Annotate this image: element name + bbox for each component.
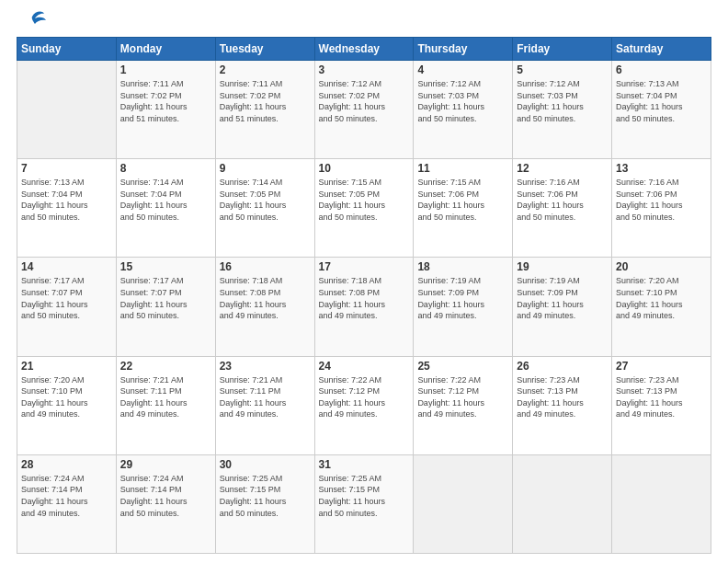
day-info: Sunrise: 7:24 AMSunset: 7:14 PMDaylight:… (120, 473, 211, 519)
day-cell: 17Sunrise: 7:18 AMSunset: 7:08 PMDayligh… (314, 258, 414, 356)
week-row-2: 14Sunrise: 7:17 AMSunset: 7:07 PMDayligh… (17, 258, 711, 356)
day-number: 30 (220, 458, 311, 471)
day-number: 12 (517, 162, 608, 175)
day-cell: 7Sunrise: 7:13 AMSunset: 7:04 PMDaylight… (17, 159, 117, 258)
day-cell: 20Sunrise: 7:20 AMSunset: 7:10 PMDayligh… (612, 258, 711, 356)
day-number: 13 (616, 162, 707, 175)
day-number: 28 (21, 458, 112, 471)
day-info: Sunrise: 7:15 AMSunset: 7:05 PMDaylight:… (319, 177, 410, 223)
week-row-0: 1Sunrise: 7:11 AMSunset: 7:02 PMDaylight… (17, 61, 711, 159)
day-cell: 22Sunrise: 7:21 AMSunset: 7:11 PMDayligh… (116, 356, 215, 454)
day-info: Sunrise: 7:18 AMSunset: 7:08 PMDaylight:… (319, 275, 410, 321)
day-cell (513, 454, 612, 553)
calendar-table: SundayMondayTuesdayWednesdayThursdayFrid… (17, 37, 711, 554)
day-number: 21 (21, 360, 112, 373)
day-number: 22 (120, 360, 211, 373)
day-cell: 5Sunrise: 7:12 AMSunset: 7:03 PMDaylight… (513, 61, 612, 159)
day-info: Sunrise: 7:18 AMSunset: 7:08 PMDaylight:… (220, 275, 311, 321)
day-cell: 21Sunrise: 7:20 AMSunset: 7:10 PMDayligh… (17, 356, 117, 454)
day-cell: 26Sunrise: 7:23 AMSunset: 7:13 PMDayligh… (513, 356, 612, 454)
day-info: Sunrise: 7:22 AMSunset: 7:12 PMDaylight:… (319, 374, 410, 420)
day-cell: 1Sunrise: 7:11 AMSunset: 7:02 PMDaylight… (116, 61, 215, 159)
day-cell: 13Sunrise: 7:16 AMSunset: 7:06 PMDayligh… (612, 159, 711, 258)
day-info: Sunrise: 7:25 AMSunset: 7:15 PMDaylight:… (220, 473, 311, 519)
day-info: Sunrise: 7:16 AMSunset: 7:06 PMDaylight:… (517, 177, 608, 223)
day-cell: 2Sunrise: 7:11 AMSunset: 7:02 PMDaylight… (215, 61, 314, 159)
header (17, 17, 711, 29)
day-info: Sunrise: 7:11 AMSunset: 7:02 PMDaylight:… (120, 78, 211, 124)
day-cell: 28Sunrise: 7:24 AMSunset: 7:14 PMDayligh… (17, 454, 117, 553)
day-number: 3 (319, 63, 410, 76)
day-info: Sunrise: 7:19 AMSunset: 7:09 PMDaylight:… (417, 275, 508, 321)
day-number: 24 (319, 360, 410, 373)
week-row-1: 7Sunrise: 7:13 AMSunset: 7:04 PMDaylight… (17, 159, 711, 258)
day-number: 16 (220, 260, 311, 273)
day-cell (17, 61, 117, 159)
day-info: Sunrise: 7:20 AMSunset: 7:10 PMDaylight:… (21, 374, 112, 420)
header-row: SundayMondayTuesdayWednesdayThursdayFrid… (17, 38, 711, 61)
day-info: Sunrise: 7:21 AMSunset: 7:11 PMDaylight:… (120, 374, 211, 420)
day-cell: 23Sunrise: 7:21 AMSunset: 7:11 PMDayligh… (215, 356, 314, 454)
day-info: Sunrise: 7:24 AMSunset: 7:14 PMDaylight:… (21, 473, 112, 519)
day-info: Sunrise: 7:21 AMSunset: 7:11 PMDaylight:… (220, 374, 311, 420)
day-cell: 27Sunrise: 7:23 AMSunset: 7:13 PMDayligh… (612, 356, 711, 454)
day-number: 2 (220, 63, 311, 76)
day-cell: 4Sunrise: 7:12 AMSunset: 7:03 PMDaylight… (414, 61, 513, 159)
header-cell-friday: Friday (513, 38, 612, 61)
day-number: 10 (319, 162, 410, 175)
day-info: Sunrise: 7:20 AMSunset: 7:10 PMDaylight:… (616, 275, 707, 321)
day-info: Sunrise: 7:13 AMSunset: 7:04 PMDaylight:… (21, 177, 112, 223)
day-info: Sunrise: 7:12 AMSunset: 7:03 PMDaylight:… (417, 78, 508, 124)
day-number: 29 (120, 458, 211, 471)
day-cell: 29Sunrise: 7:24 AMSunset: 7:14 PMDayligh… (116, 454, 215, 553)
day-cell: 24Sunrise: 7:22 AMSunset: 7:12 PMDayligh… (314, 356, 414, 454)
week-row-4: 28Sunrise: 7:24 AMSunset: 7:14 PMDayligh… (17, 454, 711, 553)
day-number: 23 (220, 360, 311, 373)
day-cell: 11Sunrise: 7:15 AMSunset: 7:06 PMDayligh… (414, 159, 513, 258)
week-row-3: 21Sunrise: 7:20 AMSunset: 7:10 PMDayligh… (17, 356, 711, 454)
calendar-body: 1Sunrise: 7:11 AMSunset: 7:02 PMDaylight… (17, 61, 711, 554)
day-cell: 3Sunrise: 7:12 AMSunset: 7:02 PMDaylight… (314, 61, 414, 159)
day-cell: 10Sunrise: 7:15 AMSunset: 7:05 PMDayligh… (314, 159, 414, 258)
day-cell: 14Sunrise: 7:17 AMSunset: 7:07 PMDayligh… (17, 258, 117, 356)
day-number: 31 (319, 458, 410, 471)
day-number: 11 (417, 162, 508, 175)
calendar-header: SundayMondayTuesdayWednesdayThursdayFrid… (17, 38, 711, 61)
day-cell: 25Sunrise: 7:22 AMSunset: 7:12 PMDayligh… (414, 356, 513, 454)
day-cell: 9Sunrise: 7:14 AMSunset: 7:05 PMDaylight… (215, 159, 314, 258)
day-number: 17 (319, 260, 410, 273)
day-number: 9 (220, 162, 311, 175)
day-number: 5 (517, 63, 608, 76)
logo (17, 17, 46, 29)
header-cell-wednesday: Wednesday (314, 38, 414, 61)
day-cell: 19Sunrise: 7:19 AMSunset: 7:09 PMDayligh… (513, 258, 612, 356)
day-cell: 18Sunrise: 7:19 AMSunset: 7:09 PMDayligh… (414, 258, 513, 356)
day-info: Sunrise: 7:11 AMSunset: 7:02 PMDaylight:… (220, 78, 311, 124)
day-number: 20 (616, 260, 707, 273)
day-number: 6 (616, 63, 707, 76)
day-info: Sunrise: 7:12 AMSunset: 7:02 PMDaylight:… (319, 78, 410, 124)
day-cell: 30Sunrise: 7:25 AMSunset: 7:15 PMDayligh… (215, 454, 314, 553)
day-info: Sunrise: 7:17 AMSunset: 7:07 PMDaylight:… (120, 275, 211, 321)
day-number: 25 (417, 360, 508, 373)
header-cell-saturday: Saturday (612, 38, 711, 61)
header-cell-thursday: Thursday (414, 38, 513, 61)
day-cell: 16Sunrise: 7:18 AMSunset: 7:08 PMDayligh… (215, 258, 314, 356)
day-info: Sunrise: 7:17 AMSunset: 7:07 PMDaylight:… (21, 275, 112, 321)
header-cell-sunday: Sunday (17, 38, 117, 61)
day-number: 27 (616, 360, 707, 373)
day-info: Sunrise: 7:23 AMSunset: 7:13 PMDaylight:… (517, 374, 608, 420)
day-info: Sunrise: 7:14 AMSunset: 7:05 PMDaylight:… (220, 177, 311, 223)
day-cell: 12Sunrise: 7:16 AMSunset: 7:06 PMDayligh… (513, 159, 612, 258)
day-info: Sunrise: 7:16 AMSunset: 7:06 PMDaylight:… (616, 177, 707, 223)
day-cell: 8Sunrise: 7:14 AMSunset: 7:04 PMDaylight… (116, 159, 215, 258)
day-info: Sunrise: 7:19 AMSunset: 7:09 PMDaylight:… (517, 275, 608, 321)
day-info: Sunrise: 7:12 AMSunset: 7:03 PMDaylight:… (517, 78, 608, 124)
day-number: 1 (120, 63, 211, 76)
day-number: 15 (120, 260, 211, 273)
day-info: Sunrise: 7:22 AMSunset: 7:12 PMDaylight:… (417, 374, 508, 420)
day-info: Sunrise: 7:14 AMSunset: 7:04 PMDaylight:… (120, 177, 211, 223)
day-cell (414, 454, 513, 553)
page: SundayMondayTuesdayWednesdayThursdayFrid… (0, 0, 728, 563)
day-number: 19 (517, 260, 608, 273)
